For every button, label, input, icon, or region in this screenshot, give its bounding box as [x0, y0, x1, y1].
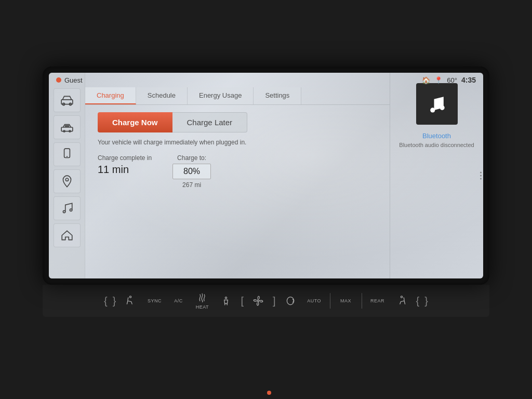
sidebar-item-vehicle[interactable] — [54, 88, 81, 112]
sidebar-item-music[interactable] — [54, 196, 81, 220]
music-icon — [60, 202, 74, 215]
bluetooth-status: Bluetooth audio disconnected — [399, 142, 474, 148]
svg-point-12 — [430, 108, 435, 112]
passenger-seat-button[interactable] — [392, 296, 411, 306]
charge-percent-box[interactable]: 80% — [172, 164, 211, 179]
person-icon — [221, 296, 231, 306]
charge-later-button[interactable]: Charge Later — [172, 112, 248, 132]
charge-now-button[interactable]: Charge Now — [98, 112, 172, 132]
tab-schedule[interactable]: Schedule — [136, 87, 188, 104]
bluetooth-label[interactable]: Bluetooth — [422, 132, 451, 140]
charge-complete-col: Charge complete in 11 min — [98, 154, 152, 176]
charge-info: Charge complete in 11 min Charge to: 80%… — [98, 154, 377, 189]
right-bracket-1: } — [113, 296, 116, 306]
phone-icon — [60, 148, 74, 161]
sidebar — [49, 73, 85, 278]
orange-indicator — [267, 391, 271, 395]
main-content: Charging Schedule Energy Usage Settings — [85, 73, 390, 278]
screen: 🏠 📍 60° 4:35 Guest — [49, 73, 483, 278]
sidebar-item-car[interactable] — [54, 115, 81, 139]
svg-point-11 — [70, 209, 72, 211]
right-bracket-3: } — [424, 296, 428, 306]
charge-complete-label: Charge complete in — [98, 154, 152, 162]
sync-button[interactable]: SYNC — [145, 298, 164, 303]
tab-charging[interactable]: Charging — [85, 87, 136, 104]
sidebar-item-home[interactable] — [54, 223, 81, 247]
screen-bezel: 🏠 📍 60° 4:35 Guest — [43, 66, 489, 285]
svg-point-15 — [225, 297, 227, 299]
car-display: 🏠 📍 60° 4:35 Guest — [0, 0, 532, 399]
charge-mode-selector: Charge Now Charge Later — [98, 112, 247, 132]
charge-to-label: Charge to: — [177, 154, 206, 162]
ac-button[interactable]: A/C — [169, 298, 188, 303]
heat-icon — [197, 292, 207, 303]
clock: 4:35 — [461, 76, 476, 84]
svg-line-17 — [227, 303, 228, 305]
charge-description: Your vehicle will charge immediately whe… — [98, 139, 377, 146]
svg-point-18 — [257, 300, 259, 301]
music-icon-box — [416, 83, 458, 125]
home-icon — [60, 229, 74, 242]
svg-point-10 — [63, 210, 65, 212]
svg-rect-6 — [64, 125, 69, 127]
wifi-icon: 🏠 — [422, 76, 430, 84]
user-bar: Guest — [49, 73, 90, 87]
seat-right-icon — [396, 296, 407, 306]
controls-bar: { } SYNC A/C HEAT — [43, 285, 489, 317]
location-icon: 📍 — [434, 76, 443, 84]
car-icon — [60, 121, 74, 134]
recirc-icon — [285, 296, 296, 306]
fan-speed-button[interactable] — [249, 296, 268, 306]
charge-complete-value: 11 min — [98, 164, 129, 176]
user-dot — [56, 77, 61, 83]
driver-seat-button[interactable] — [121, 296, 140, 306]
charge-miles: 267 mi — [182, 181, 201, 189]
right-bracket-2: ] — [273, 296, 276, 306]
left-bracket-3: { — [416, 296, 420, 306]
charging-panel: Charge Now Charge Later Your vehicle wil… — [85, 105, 390, 278]
sidebar-item-navigation[interactable] — [54, 169, 81, 193]
temp-adjust-button[interactable] — [217, 296, 235, 306]
svg-point-19 — [401, 296, 402, 298]
tabs-bar: Charging Schedule Energy Usage Settings — [85, 87, 390, 105]
svg-point-14 — [130, 296, 131, 298]
sidebar-item-phone[interactable] — [54, 142, 81, 166]
max-button[interactable]: MAX — [337, 298, 355, 303]
username: Guest — [64, 76, 83, 84]
svg-point-13 — [440, 105, 444, 110]
left-bracket-2: [ — [241, 296, 244, 306]
rear-button[interactable]: REAR — [368, 298, 387, 303]
right-panel: Bluetooth Bluetooth audio disconnected — [390, 73, 483, 278]
svg-line-16 — [225, 303, 225, 305]
status-bar: 🏠 📍 60° 4:35 — [415, 73, 483, 87]
svg-rect-3 — [61, 127, 73, 131]
seat-icon — [125, 296, 136, 306]
vehicle-icon — [60, 94, 74, 107]
charge-to-col: Charge to: 80% 267 mi — [172, 154, 211, 189]
left-bracket-1: { — [104, 296, 108, 306]
tab-energy-usage[interactable]: Energy Usage — [188, 87, 254, 104]
tab-settings[interactable]: Settings — [254, 87, 301, 104]
auto-button[interactable]: AUTO — [305, 298, 324, 303]
fan-icon — [253, 296, 263, 306]
temperature: 60° — [447, 76, 457, 84]
music-note-icon — [425, 92, 448, 115]
svg-point-9 — [65, 178, 68, 181]
recirc-button[interactable] — [281, 296, 300, 306]
ctrl-divider-1 — [330, 293, 330, 309]
heat-button[interactable]: HEAT — [193, 292, 211, 310]
ctrl-divider-2 — [362, 293, 362, 309]
navigation-icon — [60, 175, 74, 188]
